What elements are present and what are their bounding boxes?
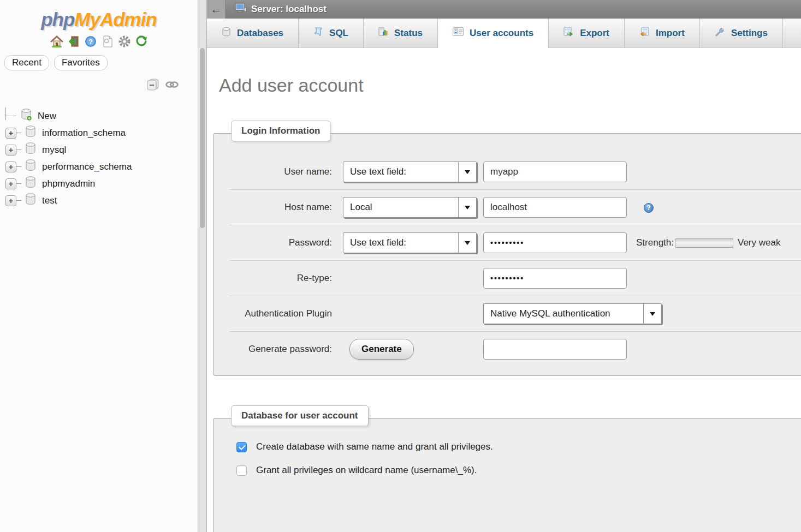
tree-item-label[interactable]: performance_schema — [42, 162, 132, 172]
phpmyadmin-logo[interactable]: phpMyAdmin — [0, 9, 198, 31]
strength-meter — [675, 238, 733, 248]
tree-line — [5, 107, 17, 124]
chevron-down-icon — [643, 304, 661, 324]
quick-access-buttons: Recent Favorites — [4, 55, 198, 70]
chevron-down-icon — [458, 162, 476, 182]
tree-line — [16, 183, 21, 184]
tree-panel-controls — [0, 78, 179, 93]
database-icon — [25, 176, 37, 192]
password-row: Password: Use text field: Strength: Very… — [230, 225, 801, 261]
link-panels-icon[interactable] — [165, 80, 179, 91]
database-for-user-fieldset: Database for user account Create databas… — [213, 418, 801, 532]
expand-icon[interactable]: + — [5, 145, 16, 156]
chevron-down-icon — [458, 198, 476, 217]
retype-password-input[interactable] — [483, 268, 627, 289]
generated-password-input[interactable] — [483, 339, 627, 360]
databases-icon — [222, 27, 231, 39]
tree-item-performance-schema[interactable]: + performance_schema — [4, 158, 198, 175]
server-icon — [235, 3, 247, 16]
expand-icon[interactable]: + — [5, 195, 16, 206]
new-database-icon — [20, 108, 32, 124]
refresh-icon[interactable] — [135, 35, 148, 48]
panel-resizer[interactable] — [198, 0, 207, 532]
generate-button[interactable]: Generate — [349, 339, 414, 360]
host-name-input[interactable] — [483, 197, 627, 218]
tab-sql[interactable]: SQL — [299, 19, 364, 47]
auth-plugin-select[interactable]: Native MySQL authentication — [483, 303, 662, 324]
tree-item-label[interactable]: phpmyadmin — [42, 178, 95, 189]
tree-line — [16, 150, 21, 150]
checkbox-label: Create database with same name and grant… — [256, 441, 493, 452]
user-name-label: User name: — [230, 166, 343, 177]
tree-item-label[interactable]: test — [42, 195, 57, 206]
host-help-icon[interactable]: ? — [644, 203, 654, 213]
host-name-label: Host name: — [230, 202, 343, 213]
breadcrumb: Server: localhost — [226, 0, 327, 19]
tree-item-phpmyadmin[interactable]: + phpmyadmin — [4, 175, 198, 192]
tree-item-mysql[interactable]: + mysql — [4, 141, 198, 158]
password-type-select[interactable]: Use text field: — [343, 232, 477, 253]
tree-item-new[interactable]: New — [4, 107, 198, 124]
fieldset-legend: Database for user account — [231, 405, 369, 426]
collapse-all-icon[interactable] — [146, 78, 160, 93]
tab-settings[interactable]: Settings — [700, 19, 783, 47]
generate-password-label: Generate password: — [230, 344, 343, 355]
breadcrumb-server-label[interactable]: Server: localhost — [251, 4, 327, 15]
checkbox-label: Grant all privileges on wildcard name (u… — [256, 465, 477, 476]
import-icon — [639, 27, 650, 39]
back-arrow-button[interactable]: ← — [207, 0, 226, 19]
password-label: Password: — [230, 237, 343, 248]
expand-icon[interactable]: + — [5, 162, 16, 172]
database-tree: New + information_schema + mysql + perfo… — [4, 107, 198, 209]
user-name-input[interactable] — [483, 162, 627, 182]
host-type-select[interactable]: Local — [343, 197, 477, 218]
home-icon[interactable] — [50, 35, 63, 48]
settings-gear-icon[interactable] — [118, 35, 131, 48]
recent-dropdown[interactable]: Recent — [4, 55, 49, 70]
user-name-type-select[interactable]: Use text field: — [343, 162, 477, 182]
grant-wildcard-checkbox[interactable] — [236, 465, 247, 476]
tab-label: User accounts — [470, 28, 533, 39]
auth-plugin-row: Authentication Plugin Native MySQL authe… — [230, 296, 801, 332]
tab-status[interactable]: Status — [364, 19, 438, 47]
tab-label: Settings — [731, 28, 768, 39]
expand-icon[interactable]: + — [5, 178, 16, 189]
tree-item-label[interactable]: New — [38, 111, 56, 122]
tree-item-test[interactable]: + test — [4, 192, 198, 209]
tree-line — [16, 200, 21, 201]
server-tabs: Databases SQL Status User accounts Expor… — [207, 19, 801, 48]
login-information-fieldset: Login Information User name: Use text fi… — [213, 133, 801, 376]
tab-label: Status — [394, 28, 423, 39]
tab-user-accounts[interactable]: User accounts — [438, 19, 549, 47]
favorites-dropdown[interactable]: Favorites — [54, 55, 108, 70]
password-input[interactable] — [483, 232, 627, 253]
create-database-option: Create database with same name and grant… — [236, 441, 801, 452]
tab-label: SQL — [329, 28, 348, 39]
tree-item-label[interactable]: mysql — [42, 145, 66, 156]
tree-item-information-schema[interactable]: + information_schema — [4, 124, 198, 141]
create-database-checkbox[interactable] — [236, 442, 247, 452]
export-icon — [563, 27, 574, 39]
docs-icon[interactable] — [101, 35, 114, 48]
tree-line — [16, 133, 21, 133]
auth-plugin-label: Authentication Plugin — [230, 308, 343, 319]
expand-icon[interactable]: + — [5, 128, 16, 139]
scrollbar-thumb[interactable] — [200, 48, 205, 228]
sidebar-icon-toolbar: ? — [0, 35, 198, 48]
tab-import[interactable]: Import — [625, 19, 700, 47]
tree-item-label[interactable]: information_schema — [42, 128, 126, 139]
select-value: Use text field: — [343, 237, 458, 248]
tab-export[interactable]: Export — [549, 19, 625, 47]
server-breadcrumb-bar: ← Server: localhost — [207, 0, 801, 19]
tab-databases[interactable]: Databases — [207, 19, 299, 47]
logout-icon[interactable] — [67, 35, 80, 48]
page-content: Add user account Login Information User … — [207, 48, 801, 532]
select-value: Use text field: — [343, 166, 458, 177]
user-accounts-icon — [453, 27, 464, 39]
tab-label: Databases — [237, 28, 283, 39]
select-value: Local — [343, 202, 458, 213]
help-icon[interactable]: ? — [84, 35, 97, 48]
grant-wildcard-option: Grant all privileges on wildcard name (u… — [236, 465, 801, 476]
database-icon — [25, 125, 37, 141]
status-icon — [378, 27, 388, 39]
